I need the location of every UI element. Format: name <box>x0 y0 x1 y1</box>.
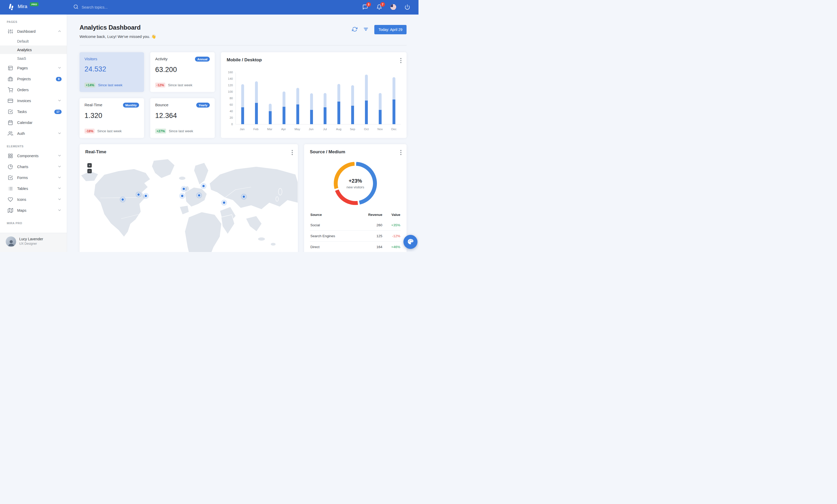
stat-period-badge[interactable]: Monthly <box>123 102 139 108</box>
sidebar-section-mira-pro: MIRA PRO <box>0 216 67 227</box>
filter-button[interactable] <box>363 26 369 33</box>
map-marker-4[interactable] <box>182 187 185 191</box>
sidebar-item-components[interactable]: Components <box>0 150 67 161</box>
sidebar-subitem-default[interactable]: Default <box>0 37 67 45</box>
sidebar-item-calendar[interactable]: Calendar <box>0 117 67 128</box>
map-marker-3[interactable] <box>144 194 148 198</box>
sidebar-item-auth[interactable]: Auth <box>0 128 67 139</box>
map-marker-2[interactable] <box>137 193 140 197</box>
stat-card-bounce: Bounce Yearly 12.364 +27% Since last wee… <box>150 98 215 138</box>
stat-value: 24.532 <box>85 65 139 73</box>
sidebar-item-label: Forms <box>17 175 53 180</box>
messages-button[interactable]: 3 <box>362 4 369 11</box>
grid-icon <box>8 153 13 158</box>
world-map[interactable]: + − <box>79 158 298 252</box>
map-marker-6[interactable] <box>181 194 184 198</box>
sidebar-item-orders[interactable]: Orders <box>0 85 67 95</box>
sidebar-section-pages: PAGES <box>0 15 67 26</box>
messages-count-badge: 3 <box>366 2 371 7</box>
bar-chart-plot <box>235 73 401 125</box>
bar-jan <box>236 73 250 124</box>
notifications-count-badge: 7 <box>380 2 385 7</box>
today-button[interactable]: Today: April 29 <box>374 25 407 34</box>
stat-period-badge[interactable]: Annual <box>195 57 210 61</box>
source-menu-button[interactable] <box>399 148 403 157</box>
sidebar-item-icons[interactable]: Icons <box>0 194 67 205</box>
sidebar-item-label: Pages <box>17 66 53 70</box>
stat-period-badge[interactable]: Yearly <box>196 102 210 108</box>
avatar <box>6 237 16 247</box>
sidebar-item-tasks[interactable]: Tasks17 <box>0 106 67 117</box>
notifications-button[interactable]: 7 <box>376 4 382 11</box>
stat-card-realtime: Real-Time Monthly 1.320 -18% Since last … <box>79 98 144 138</box>
sidebar-item-dashboard[interactable]: Dashboard <box>0 26 67 37</box>
sidebar-item-tables[interactable]: Tables <box>0 183 67 194</box>
sidebar-item-invoices[interactable]: Invoices <box>0 95 67 106</box>
stat-delta-chip: +27% <box>155 129 166 133</box>
map-marker-7[interactable] <box>198 194 201 197</box>
stat-card-activity: Activity Annual 63.200 -12% Since last w… <box>150 52 215 92</box>
sidebar-item-maps[interactable]: Maps <box>0 205 67 216</box>
cart-icon <box>8 87 13 93</box>
language-flag-button[interactable] <box>390 4 397 11</box>
map-marker-8[interactable] <box>222 201 226 204</box>
map-menu-button[interactable] <box>290 148 295 157</box>
stat-note: Since last week <box>97 129 122 133</box>
sidebar-item-label: Orders <box>17 88 61 92</box>
more-vertical-icon <box>292 152 293 156</box>
list-icon <box>8 186 13 191</box>
chevron-down-icon <box>57 153 61 158</box>
sidebar-item-projects[interactable]: Projects8 <box>0 74 67 85</box>
search-input[interactable] <box>82 5 160 10</box>
sidebar-item-label: Projects <box>17 77 52 81</box>
chevron-down-icon <box>57 186 61 191</box>
sidebar-item-charts[interactable]: Charts <box>0 161 67 172</box>
col-header-value: Value <box>383 211 401 220</box>
sidebar-item-pages[interactable]: Pages <box>0 62 67 74</box>
chart-menu-button[interactable] <box>399 56 403 66</box>
briefcase-icon <box>8 76 13 81</box>
stat-note: Since last week <box>168 83 192 87</box>
map-zoom-out-button[interactable]: − <box>87 169 92 173</box>
col-header-source: Source <box>310 211 356 220</box>
stat-note: Since last week <box>169 129 193 133</box>
chevron-down-icon <box>57 208 61 213</box>
sidebar-item-forms[interactable]: Forms <box>0 172 67 183</box>
logout-button[interactable] <box>404 4 411 11</box>
stat-title: Visitors <box>85 57 97 61</box>
sidebar-subitem-saas[interactable]: SaaS <box>0 54 67 62</box>
more-vertical-icon <box>400 60 402 64</box>
source-row-search-engines: Search Engines125-12% <box>310 231 401 242</box>
chevron-down-icon <box>57 66 61 71</box>
mobile-desktop-chart-card: Mobile / Desktop 160140120100806040200 J… <box>221 52 407 138</box>
source-medium-card: Source / Medium +23% new visitors Source… <box>304 144 407 252</box>
brand[interactable]: Mira PRO <box>0 3 67 12</box>
sidebar-nav: PAGESDashboardDefaultAnalyticsSaaSPagesP… <box>0 15 67 227</box>
source-row-social: Social260+35% <box>310 220 401 231</box>
value-cell: +46% <box>383 242 401 252</box>
bar-may <box>291 73 305 124</box>
donut-center-value: +23% <box>349 178 362 184</box>
sidebar-item-label: Components <box>17 154 53 158</box>
more-vertical-icon <box>400 152 402 156</box>
refresh-button[interactable] <box>352 26 357 33</box>
map-marker-1[interactable] <box>121 198 125 201</box>
stat-note: Since last week <box>98 83 122 87</box>
sidebar-user[interactable]: Lucy Lavender UX Designer <box>0 233 67 252</box>
theme-settings-fab[interactable] <box>404 235 417 249</box>
map-marker-5[interactable] <box>202 184 206 188</box>
users-icon <box>8 131 13 136</box>
map-title: Real-Time <box>85 149 292 154</box>
donut-center-label: new visitors <box>346 185 364 189</box>
chart-x-axis: JanFebMarAprMayJunJulAugSepOctNovDec <box>235 128 401 131</box>
filter-icon <box>363 26 369 33</box>
bar-sep <box>346 73 359 124</box>
map-marker-9[interactable] <box>242 195 246 199</box>
chart-title: Mobile / Desktop <box>227 57 401 62</box>
bar-apr <box>277 73 291 124</box>
sidebar-subitem-analytics[interactable]: Analytics <box>0 45 67 54</box>
map-zoom-in-button[interactable]: + <box>87 163 92 168</box>
sidebar-badge: 8 <box>56 77 61 81</box>
source-table: Source Revenue Value Social260+35%Search… <box>310 211 401 252</box>
layout-icon <box>8 66 13 71</box>
